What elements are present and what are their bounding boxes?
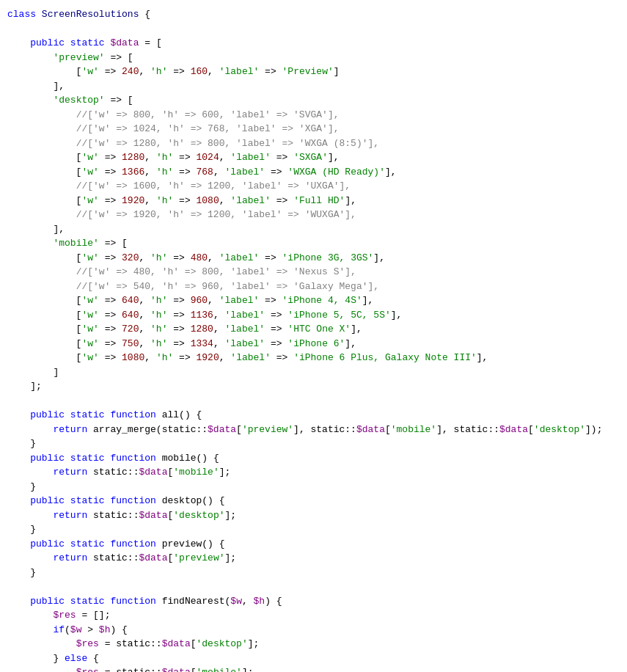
code-line: //['w' => 1280, 'h' => 800, 'label' => '… <box>0 136 627 151</box>
code-line: } <box>0 480 627 494</box>
code-line <box>0 22 627 37</box>
code-line: ['w' => 640, 'h' => 1136, 'label' => 'iP… <box>0 308 627 323</box>
code-line: //['w' => 540, 'h' => 960, 'label' => 'G… <box>0 280 627 294</box>
code-line: 'desktop' => [ <box>0 93 627 108</box>
code-line: //['w' => 1600, 'h' => 1200, 'label' => … <box>0 179 627 194</box>
code-line: $res = []; <box>0 608 627 623</box>
code-line: public static function findNearest($w, $… <box>0 594 627 609</box>
code-line: } <box>0 566 627 580</box>
code-line: public static function desktop() { <box>0 494 627 508</box>
code-line: ] <box>0 365 627 380</box>
code-line: } else { <box>0 651 627 666</box>
code-line: ['w' => 1080, 'h' => 1920, 'label' => 'i… <box>0 351 627 365</box>
code-line: if($w > $h) { <box>0 623 627 638</box>
code-line: //['w' => 1024, 'h' => 768, 'label' => '… <box>0 122 627 136</box>
code-line: return array_merge(static::$data['previe… <box>0 423 627 437</box>
code-line: ], <box>0 222 627 237</box>
code-line: ['w' => 750, 'h' => 1334, 'label' => 'iP… <box>0 337 627 351</box>
code-line: ['w' => 640, 'h' => 960, 'label' => 'iPh… <box>0 293 627 308</box>
code-line: ], <box>0 79 627 94</box>
code-line: ['w' => 1920, 'h' => 1080, 'label' => 'F… <box>0 194 627 208</box>
code-line: return static::$data['preview']; <box>0 551 627 566</box>
code-line: //['w' => 1920, 'h' => 1200, 'label' => … <box>0 208 627 222</box>
code-line: return static::$data['mobile']; <box>0 465 627 480</box>
code-line: 'preview' => [ <box>0 51 627 65</box>
code-line <box>0 580 627 594</box>
code-line: ]; <box>0 379 627 394</box>
code-container: class ScreenResolutions { public static … <box>0 0 627 672</box>
code-line: //['w' => 800, 'h' => 600, 'label' => 'S… <box>0 108 627 123</box>
code-line: $res = static::$data['mobile']; <box>0 665 627 672</box>
code-line <box>0 394 627 409</box>
code-line: 'mobile' => [ <box>0 236 627 251</box>
code-line: ['w' => 1280, 'h' => 1024, 'label' => 'S… <box>0 150 627 165</box>
code-line: public static function preview() { <box>0 537 627 552</box>
code-line: public static $data = [ <box>0 36 627 51</box>
code-line: } <box>0 437 627 451</box>
code-line: class ScreenResolutions { <box>0 7 627 22</box>
code-line: ['w' => 320, 'h' => 480, 'label' => 'iPh… <box>0 251 627 266</box>
code-line: public static function mobile() { <box>0 451 627 466</box>
code-line: ['w' => 240, 'h' => 160, 'label' => 'Pre… <box>0 65 627 79</box>
code-line: public static function all() { <box>0 408 627 423</box>
code-line: } <box>0 522 627 537</box>
code-line: ['w' => 720, 'h' => 1280, 'label' => 'HT… <box>0 322 627 337</box>
code-line: //['w' => 480, 'h' => 800, 'label' => 'N… <box>0 265 627 280</box>
code-block: class ScreenResolutions { public static … <box>0 7 627 672</box>
code-line: return static::$data['desktop']; <box>0 508 627 523</box>
code-line: ['w' => 1366, 'h' => 768, 'label' => 'WX… <box>0 165 627 180</box>
code-line: $res = static::$data['desktop']; <box>0 637 627 651</box>
